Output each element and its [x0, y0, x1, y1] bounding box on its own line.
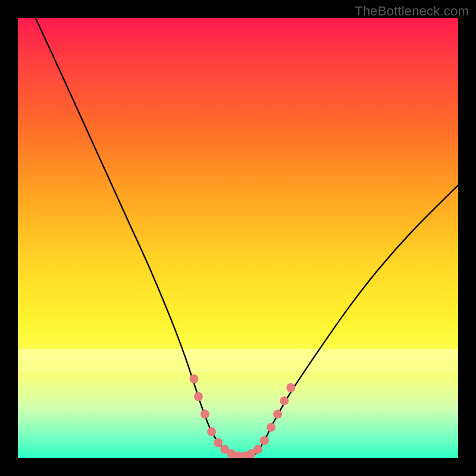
highlight-point: [201, 410, 209, 419]
highlight-point: [267, 423, 275, 432]
highlight-point: [194, 392, 203, 401]
highlight-point: [286, 383, 295, 392]
highlight-point: [273, 410, 282, 419]
highlight-point: [280, 396, 289, 405]
highlight-point: [214, 439, 223, 447]
chart-svg: [18, 18, 458, 458]
highlight-point: [207, 427, 216, 436]
bottleneck-curve: [36, 18, 458, 458]
highlight-points: [190, 374, 296, 458]
highlight-point: [190, 374, 199, 383]
attribution-text: TheBottleneck.com: [355, 4, 469, 19]
plot-area: [18, 18, 458, 458]
chart-frame: TheBottleneck.com: [0, 0, 476, 476]
highlight-point: [260, 436, 269, 445]
highlight-point: [253, 445, 262, 454]
